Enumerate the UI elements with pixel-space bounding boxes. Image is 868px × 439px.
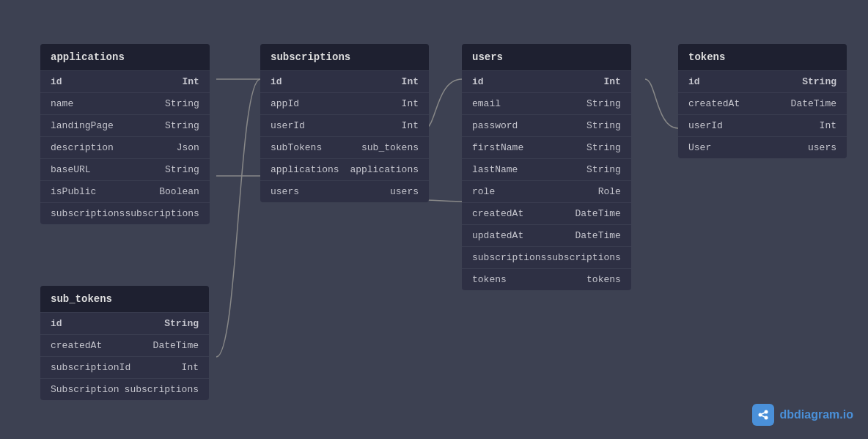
field-type: String: [586, 142, 621, 153]
svg-line-4: [762, 416, 765, 417]
field-type: String: [165, 98, 199, 109]
field-type: Int: [182, 76, 199, 87]
field-name: password: [472, 120, 518, 131]
field-type: Int: [820, 120, 836, 131]
field-name: applications: [271, 164, 339, 175]
field-name: id: [688, 76, 700, 87]
table-row: roleRole: [462, 180, 631, 202]
field-type: String: [165, 120, 199, 131]
field-type: subscriptions: [546, 252, 620, 263]
table-row: createdAtDateTime: [462, 202, 631, 224]
field-name: id: [51, 76, 62, 87]
table-row: idInt: [462, 70, 631, 92]
field-type: subscriptions: [125, 384, 199, 395]
field-name: createdAt: [472, 208, 523, 219]
table-row: createdAtDateTime: [40, 334, 209, 356]
field-name: role: [472, 186, 495, 197]
field-name: subscriptionId: [51, 362, 130, 373]
field-name: updatedAt: [472, 230, 523, 241]
table-row: subscriptionssubscriptions: [40, 202, 210, 224]
field-type: users: [390, 186, 419, 197]
field-type: String: [164, 318, 199, 329]
branding: dbdiagram.io: [752, 404, 853, 426]
table-row: userIdInt: [260, 114, 429, 136]
table-row: subTokenssub_tokens: [260, 136, 429, 158]
table-row: nameString: [40, 92, 210, 114]
table-row: userIdInt: [678, 114, 847, 136]
field-name: lastName: [472, 164, 518, 175]
table-row: usersusers: [260, 180, 429, 202]
field-name: email: [472, 98, 501, 109]
table-row: Subscriptionsubscriptions: [40, 378, 209, 400]
svg-point-2: [764, 416, 768, 420]
field-type: Int: [603, 76, 620, 87]
table-row: appIdInt: [260, 92, 429, 114]
field-name: appId: [271, 98, 299, 109]
field-type: DateTime: [575, 230, 620, 241]
field-name: createdAt: [688, 98, 740, 109]
table-tokens: tokensidStringcreatedAtDateTimeuserIdInt…: [678, 44, 847, 158]
table-row: isPublicBoolean: [40, 180, 210, 202]
field-type: subscriptions: [125, 208, 199, 219]
field-name: isPublic: [51, 186, 96, 197]
table-row: passwordString: [462, 114, 631, 136]
table-header-applications: applications: [40, 44, 210, 70]
table-row: Userusers: [678, 136, 847, 158]
table-users: usersidIntemailStringpasswordStringfirst…: [462, 44, 631, 290]
field-name: users: [271, 186, 299, 197]
field-type: users: [808, 142, 836, 153]
field-name: baseURL: [51, 164, 91, 175]
svg-point-1: [764, 410, 768, 414]
table-header-subscriptions: subscriptions: [260, 44, 429, 70]
table-row: subscriptionssubscriptions: [462, 246, 631, 268]
field-type: sub_tokens: [361, 142, 419, 153]
svg-line-3: [762, 413, 765, 414]
field-name: firstName: [472, 142, 523, 153]
table-row: baseURLString: [40, 158, 210, 180]
branding-icon: [752, 404, 774, 426]
field-type: DateTime: [153, 340, 199, 351]
table-sub_tokens: sub_tokensidStringcreatedAtDateTimesubsc…: [40, 286, 209, 400]
table-header-sub_tokens: sub_tokens: [40, 286, 209, 312]
table-header-tokens: tokens: [678, 44, 847, 70]
field-name: subTokens: [271, 142, 322, 153]
table-row: subscriptionIdInt: [40, 356, 209, 378]
table-row: emailString: [462, 92, 631, 114]
branding-text: dbdiagram.io: [780, 408, 853, 421]
field-name: name: [51, 98, 73, 109]
field-type: Role: [598, 186, 621, 197]
field-type: Int: [402, 98, 419, 109]
field-type: DateTime: [791, 98, 836, 109]
field-type: String: [586, 98, 621, 109]
field-name: id: [51, 318, 62, 329]
svg-point-0: [758, 413, 762, 417]
table-row: descriptionJson: [40, 136, 210, 158]
field-type: Int: [402, 76, 419, 87]
table-row: createdAtDateTime: [678, 92, 847, 114]
table-header-users: users: [462, 44, 631, 70]
field-type: tokens: [586, 274, 621, 285]
field-name: landingPage: [51, 120, 114, 131]
field-name: createdAt: [51, 340, 102, 351]
table-subscriptions: subscriptionsidIntappIdIntuserIdIntsubTo…: [260, 44, 429, 202]
table-row: idString: [678, 70, 847, 92]
field-name: tokens: [472, 274, 507, 285]
table-row: idInt: [40, 70, 210, 92]
table-row: idInt: [260, 70, 429, 92]
field-name: description: [51, 142, 114, 153]
table-row: firstNameString: [462, 136, 631, 158]
table-row: landingPageString: [40, 114, 210, 136]
field-type: String: [586, 164, 621, 175]
field-name: subscriptions: [472, 252, 546, 263]
field-type: Int: [402, 120, 419, 131]
field-type: String: [802, 76, 836, 87]
table-row: applicationsapplications: [260, 158, 429, 180]
field-name: userId: [271, 120, 305, 131]
field-name: User: [688, 142, 711, 153]
field-name: Subscription: [51, 384, 119, 395]
table-row: tokenstokens: [462, 268, 631, 290]
table-row: updatedAtDateTime: [462, 224, 631, 246]
field-name: id: [271, 76, 282, 87]
table-applications: applicationsidIntnameStringlandingPageSt…: [40, 44, 210, 224]
table-row: idString: [40, 312, 209, 334]
